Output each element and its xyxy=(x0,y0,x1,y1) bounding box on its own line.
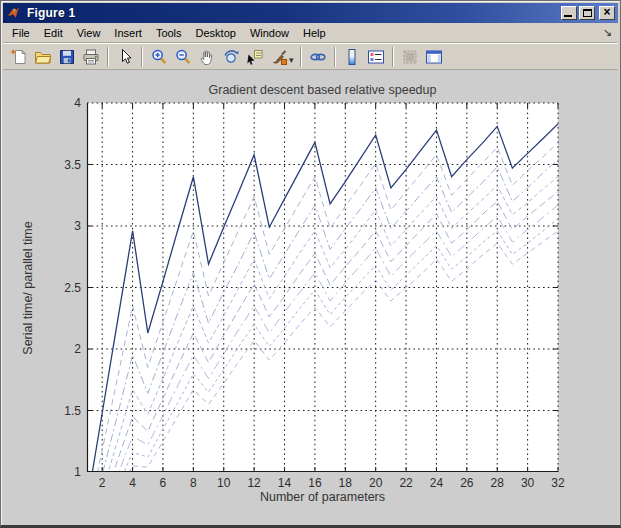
zoom-out-icon xyxy=(174,48,192,66)
y-tick-label: 3.5 xyxy=(41,158,81,172)
zoom-in-icon xyxy=(150,48,168,66)
y-tick-label: 1.5 xyxy=(41,404,81,418)
menu-item-insert[interactable]: Insert xyxy=(107,24,149,42)
legend-icon xyxy=(367,48,385,66)
x-tick-label: 26 xyxy=(452,476,482,490)
y-tick-label: 2.5 xyxy=(41,281,81,295)
close-icon: × xyxy=(603,6,610,18)
x-tick-label: 32 xyxy=(543,476,573,490)
zoom-out-button[interactable] xyxy=(171,46,195,68)
data-cursor-icon xyxy=(246,48,264,66)
toolbar-separator xyxy=(334,47,336,67)
new-figure-icon xyxy=(10,48,28,66)
print-icon xyxy=(82,48,100,66)
x-tick-label: 20 xyxy=(361,476,391,490)
maximize-icon xyxy=(583,9,592,17)
plot-line-series-2 xyxy=(87,142,558,522)
toolbar-separator xyxy=(300,47,302,67)
menu-overflow-arrow-icon[interactable]: ↘ xyxy=(603,26,612,39)
y-tick-label: 4 xyxy=(41,96,81,110)
plot-line-series-1 xyxy=(87,124,558,504)
figure-canvas: Gradient descent based relative speedup … xyxy=(3,70,618,525)
x-tick-label: 22 xyxy=(391,476,421,490)
data-cursor-button[interactable] xyxy=(243,46,267,68)
pan-button[interactable] xyxy=(195,46,219,68)
y-tick-label: 3 xyxy=(41,219,81,233)
x-tick-label: 28 xyxy=(482,476,512,490)
maximize-button[interactable] xyxy=(579,6,595,20)
menu-bar: FileEditViewInsertToolsDesktopWindowHelp… xyxy=(3,23,618,43)
y-tick-label: 2 xyxy=(41,342,81,356)
hide-plot-tools-button[interactable] xyxy=(398,46,422,68)
plot-line-series-4 xyxy=(87,177,558,525)
menu-item-tools[interactable]: Tools xyxy=(149,24,189,42)
x-tick-label: 30 xyxy=(513,476,543,490)
rotate-3d-icon xyxy=(222,48,240,66)
plot-svg xyxy=(87,103,558,472)
plot-tools-button[interactable] xyxy=(422,46,446,68)
x-tick-label: 6 xyxy=(148,476,178,490)
save-icon xyxy=(58,48,76,66)
toolbar-separator xyxy=(392,47,394,67)
toolbar: ▾ xyxy=(3,43,618,70)
x-tick-label: 24 xyxy=(421,476,451,490)
save-button[interactable] xyxy=(55,46,79,68)
menu-item-file[interactable]: File xyxy=(5,24,37,42)
toolbar-separator xyxy=(107,47,109,67)
plot-axes[interactable] xyxy=(87,103,558,472)
x-tick-label: 8 xyxy=(178,476,208,490)
edit-plot-button[interactable] xyxy=(113,46,137,68)
menu-item-view[interactable]: View xyxy=(70,24,108,42)
x-tick-label: 14 xyxy=(270,476,300,490)
plot-line-series-5 xyxy=(87,192,558,525)
menu-item-desktop[interactable]: Desktop xyxy=(189,24,243,42)
x-tick-label: 10 xyxy=(209,476,239,490)
title-bar[interactable]: Figure 1 × xyxy=(3,3,618,23)
edit-plot-icon xyxy=(116,48,134,66)
menu-item-edit[interactable]: Edit xyxy=(37,24,70,42)
menu-item-help[interactable]: Help xyxy=(296,24,333,42)
x-tick-label: 12 xyxy=(239,476,269,490)
brush-icon xyxy=(270,48,288,66)
plot-line-series-3 xyxy=(87,160,558,525)
zoom-in-button[interactable] xyxy=(147,46,171,68)
link-plot-button[interactable] xyxy=(306,46,330,68)
matlab-logo-icon xyxy=(7,6,23,20)
pan-icon xyxy=(198,48,216,66)
legend-button[interactable] xyxy=(364,46,388,68)
plot-tools-icon xyxy=(425,48,443,66)
chart-title: Gradient descent based relative speedup xyxy=(87,83,558,97)
hide-plot-tools-icon xyxy=(401,48,419,66)
menu-item-window[interactable]: Window xyxy=(243,24,296,42)
x-tick-label: 16 xyxy=(300,476,330,490)
y-axis-label: Serial time/ parallel time xyxy=(21,188,35,388)
new-figure-button[interactable] xyxy=(7,46,31,68)
toolbar-separator xyxy=(141,47,143,67)
window-title: Figure 1 xyxy=(27,6,561,20)
x-tick-label: 18 xyxy=(330,476,360,490)
x-tick-label: 4 xyxy=(118,476,148,490)
open-folder-icon xyxy=(34,48,52,66)
print-button[interactable] xyxy=(79,46,103,68)
y-tick-label: 1 xyxy=(41,465,81,479)
minimize-icon xyxy=(564,15,572,17)
figure-window: Figure 1 × FileEditViewInsertToolsDeskto… xyxy=(0,0,621,528)
close-button[interactable]: × xyxy=(599,6,615,20)
open-folder-button[interactable] xyxy=(31,46,55,68)
colorbar-icon xyxy=(343,48,361,66)
brush-button[interactable] xyxy=(267,46,291,68)
link-plot-icon xyxy=(309,48,327,66)
rotate-3d-button[interactable] xyxy=(219,46,243,68)
x-tick-label: 2 xyxy=(87,476,117,490)
minimize-button[interactable] xyxy=(561,6,577,20)
colorbar-button[interactable] xyxy=(340,46,364,68)
x-axis-label: Number of parameters xyxy=(87,490,558,504)
plot-series xyxy=(87,124,558,525)
